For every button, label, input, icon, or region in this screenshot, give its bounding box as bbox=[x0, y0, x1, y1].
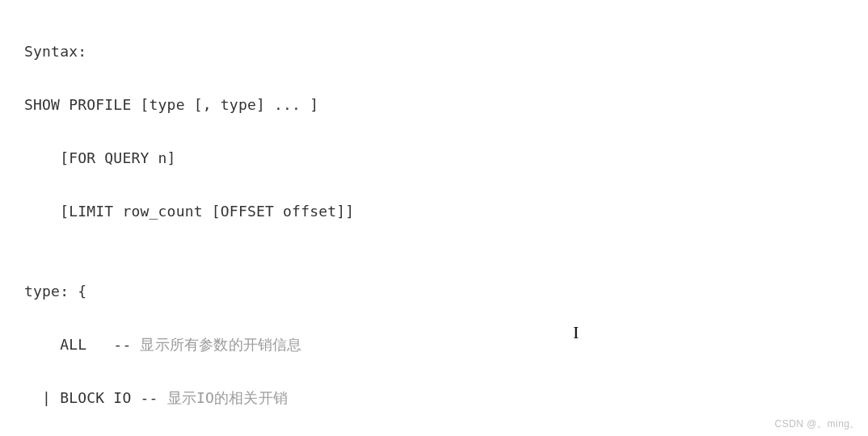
code-line: | BLOCK IO -- 显示IO的相关开销 bbox=[24, 384, 868, 411]
token: Syntax: bbox=[24, 43, 86, 60]
code-line: Syntax: bbox=[24, 38, 868, 65]
token: type: { bbox=[24, 283, 86, 300]
comment: 显示IO的相关开销 bbox=[167, 389, 288, 406]
code-block: Syntax: SHOW PROFILE [type [, type] ... … bbox=[0, 0, 868, 436]
token-all: ALL -- bbox=[24, 336, 140, 353]
code-line: [LIMIT row_count [OFFSET offset]] bbox=[24, 198, 868, 224]
text-cursor-icon: I bbox=[573, 322, 579, 343]
token: SHOW PROFILE [type [, type] ... ] bbox=[24, 96, 318, 113]
code-line: SHOW PROFILE [type [, type] ... ] bbox=[24, 91, 868, 118]
code-line: [FOR QUERY n] bbox=[24, 145, 868, 171]
code-line: ALL -- 显示所有参数的开销信息 bbox=[24, 331, 868, 358]
code-line: type: { bbox=[24, 278, 868, 304]
token: [LIMIT row_count [OFFSET offset]] bbox=[24, 203, 354, 220]
watermark: CSDN @。ming。 bbox=[774, 417, 860, 431]
token-block-io: | BLOCK IO -- bbox=[24, 389, 167, 406]
comment: 显示所有参数的开销信息 bbox=[140, 336, 301, 353]
token: [FOR QUERY n] bbox=[24, 149, 176, 166]
